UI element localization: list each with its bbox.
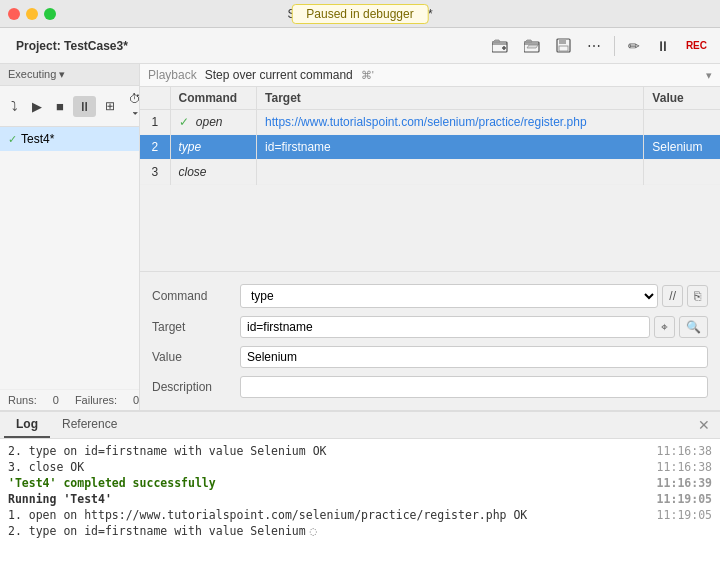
target-select-button[interactable]: ⌖	[654, 316, 675, 338]
sidebar-item-test4[interactable]: ✓ Test4*	[0, 127, 139, 151]
spinner-icon: ◌	[310, 524, 317, 538]
command-comment-button[interactable]: //	[662, 285, 683, 307]
detail-panel: Command type open close click // ⎘ Targe…	[140, 271, 720, 410]
value-detail-label: Value	[152, 350, 232, 364]
sidebar: Executing ▾ ⤵ ▶ ■ ⏸ ⊞ ⏱▾ ✓ Test4* Runs: …	[0, 64, 140, 410]
target-search-button[interactable]: 🔍	[679, 316, 708, 338]
log-entry-text: 1. open on https://www.tutorialspoint.co…	[8, 508, 527, 522]
maximize-button[interactable]	[44, 8, 56, 20]
description-detail-row: Description	[140, 372, 720, 402]
row-command-cell: close	[170, 160, 257, 185]
row-num-cell: 2	[140, 135, 170, 160]
debug-button[interactable]: ⊞	[100, 96, 120, 116]
tab-reference[interactable]: Reference	[50, 412, 129, 438]
executing-label: Executing ▾	[8, 68, 65, 81]
command-table-wrap: Command Target Value 1✓ openhttps://www.…	[140, 87, 720, 271]
test-toolbar: ⤵ ▶ ■ ⏸ ⊞ ⏱▾	[0, 86, 139, 127]
toolbar-separator	[614, 36, 615, 56]
play-button[interactable]: ▶	[27, 96, 47, 117]
step-over-shortcut: ⌘'	[361, 69, 374, 82]
col-value-header: Value	[644, 87, 720, 110]
annotate-button[interactable]: ✏	[623, 35, 645, 57]
log-entry-text: Running 'Test4'	[8, 492, 112, 506]
failures-value: 0	[133, 394, 139, 406]
col-command-header: Command	[170, 87, 257, 110]
success-check-icon: ✓	[179, 115, 192, 129]
playback-dropdown[interactable]: ▾	[706, 69, 712, 82]
log-content: 2. type on id=firstname with value Selen…	[0, 439, 720, 570]
command-text: type	[179, 140, 202, 154]
command-text: close	[179, 165, 207, 179]
command-detail-label: Command	[152, 289, 232, 303]
failures-label: Failures:	[75, 394, 117, 406]
target-link[interactable]: https://www.tutorialspoint.com/selenium/…	[265, 115, 586, 129]
sidebar-header[interactable]: Executing ▾	[0, 64, 139, 86]
toolbar-left: Project: TestCase3*	[8, 39, 136, 53]
save-button[interactable]	[551, 35, 576, 56]
step-over-button[interactable]: Step over current command	[205, 68, 353, 82]
row-target-cell	[257, 160, 644, 185]
table-header-row: Command Target Value	[140, 87, 720, 110]
tab-log[interactable]: Log	[4, 412, 50, 438]
runs-value: 0	[53, 394, 59, 406]
row-num-cell: 1	[140, 110, 170, 135]
check-icon: ✓	[8, 133, 17, 146]
project-label: Project: TestCase3*	[8, 39, 136, 53]
target-input[interactable]	[240, 316, 650, 338]
description-input-wrap	[240, 376, 708, 398]
log-entry-text: 2. type on id=firstname with value Selen…	[8, 524, 317, 538]
table-row[interactable]: 2typeid=firstnameSelenium	[140, 135, 720, 160]
row-command-cell: type	[170, 135, 257, 160]
traffic-lights	[8, 8, 56, 20]
row-num-cell: 3	[140, 160, 170, 185]
pause-all-button[interactable]: ⏸	[651, 35, 675, 57]
command-select[interactable]: type open close click	[240, 284, 658, 308]
save-icon	[556, 38, 571, 53]
speed-button[interactable]: ⏱▾	[124, 89, 139, 123]
new-folder-button[interactable]	[487, 36, 513, 56]
open-folder-icon	[524, 39, 540, 53]
description-input[interactable]	[240, 376, 708, 398]
runs-label: Runs:	[8, 394, 37, 406]
playback-label: Playback	[148, 68, 197, 82]
log-entry-time: 11:19:05	[657, 508, 712, 522]
log-entry: 1. open on https://www.tutorialspoint.co…	[8, 507, 712, 523]
target-detail-label: Target	[152, 320, 232, 334]
value-input[interactable]	[240, 346, 708, 368]
log-entry-time: 11:16:38	[657, 444, 712, 458]
new-folder-icon	[492, 39, 508, 53]
log-entry-text: 'Test4' completed successfully	[8, 476, 216, 490]
col-target-header: Target	[257, 87, 644, 110]
test4-label: Test4*	[21, 132, 54, 146]
content-area: Playback Step over current command ⌘' ▾ …	[140, 64, 720, 410]
pause-button[interactable]: ⏸	[73, 96, 96, 117]
row-value-cell: Selenium	[644, 135, 720, 160]
title-bar: Selenium IDE - TestCase3* Paused in debu…	[0, 0, 720, 28]
debugger-banner: Paused in debugger	[291, 4, 428, 24]
row-command-cell: ✓ open	[170, 110, 257, 135]
close-button[interactable]	[8, 8, 20, 20]
row-target-cell: id=firstname	[257, 135, 644, 160]
log-panel: Log Reference ✕ 2. type on id=firstname …	[0, 410, 720, 570]
command-table: Command Target Value 1✓ openhttps://www.…	[140, 87, 720, 185]
table-row[interactable]: 1✓ openhttps://www.tutorialspoint.com/se…	[140, 110, 720, 135]
log-entry: Running 'Test4'11:19:05	[8, 491, 712, 507]
step-into-button[interactable]: ⤵	[6, 96, 23, 117]
toolbar-right: ⋯ ✏ ⏸ REC	[487, 35, 712, 57]
log-clear-button[interactable]: ✕	[692, 415, 716, 435]
log-entry-time: 11:16:39	[657, 476, 712, 490]
minimize-button[interactable]	[26, 8, 38, 20]
stop-button[interactable]: ■	[51, 96, 69, 117]
svg-rect-6	[559, 46, 568, 51]
command-copy-button[interactable]: ⎘	[687, 285, 708, 307]
command-text: open	[196, 115, 223, 129]
command-detail-row: Command type open close click // ⎘	[140, 280, 720, 312]
open-folder-button[interactable]	[519, 36, 545, 56]
value-detail-row: Value	[140, 342, 720, 372]
more-button[interactable]: ⋯	[582, 35, 606, 57]
log-entry: 2. type on id=firstname with value Selen…	[8, 443, 712, 459]
record-button[interactable]: REC	[681, 37, 712, 54]
row-value-cell	[644, 160, 720, 185]
stats-bar: Runs: 0 Failures: 0	[0, 389, 139, 410]
table-row[interactable]: 3close	[140, 160, 720, 185]
